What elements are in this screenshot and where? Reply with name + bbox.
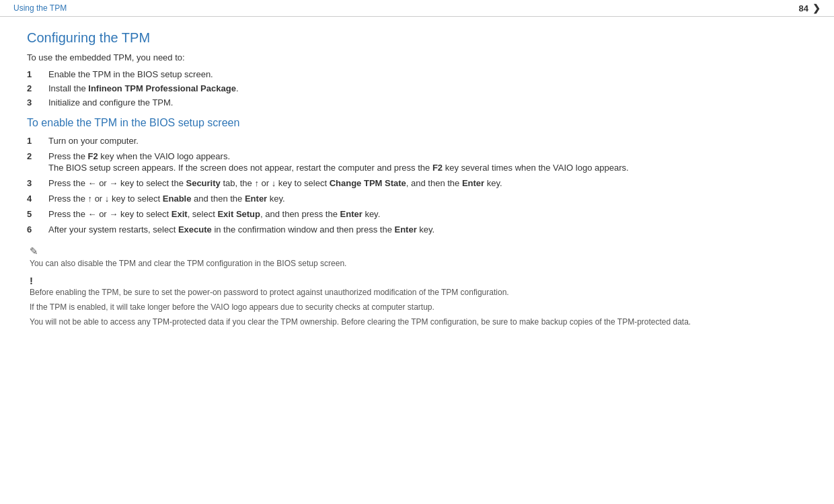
step-number: 2	[27, 151, 38, 161]
section-title: Configuring the TPM	[27, 30, 807, 46]
warning-icon: !	[30, 275, 807, 286]
arrow-icon: ❯	[812, 3, 821, 13]
step-content: Press the ← or → key to select Exit, sel…	[48, 209, 807, 219]
page-number-section: 84 ❯	[799, 3, 821, 13]
warning-text-3: You will not be able to access any TPM-p…	[30, 317, 807, 327]
list-item: 1 Enable the TPM in the BIOS setup scree…	[27, 69, 807, 79]
step-number: 3	[27, 178, 38, 188]
warning-text-1: Before enabling the TPM, be sure to set …	[30, 288, 807, 297]
page-container: Using the TPM 84 ❯ Configuring the TPM T…	[0, 0, 834, 504]
list-item: 1 Turn on your computer.	[27, 136, 807, 146]
step-content: Press the F2 key when the VAIO logo appe…	[48, 151, 807, 173]
main-content: Configuring the TPM To use the embedded …	[0, 17, 834, 352]
step-main-text: Press the ↑ or ↓ key to select Enable an…	[48, 194, 285, 204]
step-number: 6	[27, 224, 38, 235]
warning-text-2: If the TPM is enabled, it will take long…	[30, 302, 807, 312]
step-text: Enable the TPM in the BIOS setup screen.	[48, 69, 213, 79]
step-main-text: After your system restarts, select Execu…	[48, 224, 434, 235]
page-number: 84	[799, 3, 808, 13]
step-number: 2	[27, 83, 38, 93]
list-item: 3 Press the ← or → key to select the Sec…	[27, 178, 807, 188]
note-icon: ✎	[30, 245, 807, 257]
step-main-text: Press the ← or → key to select Exit, sel…	[48, 209, 380, 219]
list-item: 6 After your system restarts, select Exe…	[27, 224, 807, 235]
step-content: After your system restarts, select Execu…	[48, 224, 807, 235]
breadcrumb: Using the TPM	[13, 3, 67, 13]
step-text: Initialize and configure the TPM.	[48, 97, 173, 108]
list-item: 2 Install the Infineon TPM Professional …	[27, 83, 807, 93]
step-main-text: Press the F2 key when the VAIO logo appe…	[48, 151, 230, 161]
steps-list: 1 Turn on your computer. 2 Press the F2 …	[27, 136, 807, 235]
step-main-text: Turn on your computer.	[48, 136, 139, 146]
intro-text: To use the embedded TPM, you need to:	[27, 52, 807, 62]
note-text: You can also disable the TPM and clear t…	[30, 259, 807, 268]
step-number: 1	[27, 69, 38, 79]
header-bar: Using the TPM 84 ❯	[0, 0, 834, 17]
list-item: 5 Press the ← or → key to select Exit, s…	[27, 209, 807, 219]
prereq-list: 1 Enable the TPM in the BIOS setup scree…	[27, 69, 807, 108]
step-sub-text: The BIOS setup screen appears. If the sc…	[48, 163, 807, 173]
step-main-text: Press the ← or → key to select the Secur…	[48, 178, 502, 188]
step-number: 4	[27, 194, 38, 204]
step-number: 5	[27, 209, 38, 219]
subsection-title: To enable the TPM in the BIOS setup scre…	[27, 117, 807, 129]
step-number: 3	[27, 97, 38, 108]
step-number: 1	[27, 136, 38, 146]
list-item: 4 Press the ↑ or ↓ key to select Enable …	[27, 194, 807, 204]
step-content: Press the ← or → key to select the Secur…	[48, 178, 807, 188]
step-text: Install the Infineon TPM Professional Pa…	[48, 83, 239, 93]
list-item: 3 Initialize and configure the TPM.	[27, 97, 807, 108]
step-content: Press the ↑ or ↓ key to select Enable an…	[48, 194, 807, 204]
list-item: 2 Press the F2 key when the VAIO logo ap…	[27, 151, 807, 173]
step-content: Turn on your computer.	[48, 136, 807, 146]
note-section: ✎ You can also disable the TPM and clear…	[27, 245, 807, 327]
